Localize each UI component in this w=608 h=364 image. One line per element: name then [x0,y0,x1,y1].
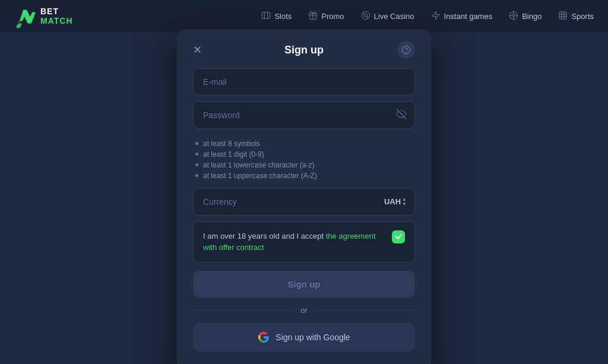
nav-bingo-label: Bingo [522,12,542,21]
svg-point-5 [363,13,364,14]
logo[interactable]: BET MATCH [14,5,73,28]
currency-value: UAH [384,197,401,206]
nav-slots-label: Slots [274,12,292,21]
svg-rect-13 [559,12,566,19]
sports-icon [558,11,568,22]
password-wrapper [193,102,415,129]
currency-group: UAH ▲ ▼ [193,188,415,216]
bingo-icon [509,11,518,22]
currency-arrows-icon: ▲ ▼ [402,197,407,207]
slots-icon [261,11,271,22]
signup-modal: ✕ Sign up [176,30,432,365]
nav-sports-label: Sports [571,12,594,21]
logo-text: BET MATCH [40,7,73,26]
agreement-checkbox[interactable] [392,230,405,243]
toggle-password-icon[interactable] [396,109,407,122]
help-button[interactable] [397,41,415,59]
hint-1: at least 8 symbols [195,140,413,148]
divider-line-left [193,310,293,311]
svg-point-3 [362,11,369,19]
nav-instant-games-label: Instant games [444,12,493,21]
google-icon [258,331,270,343]
hint-dot-2 [195,153,198,156]
hint-label-1: at least 8 symbols [203,140,260,148]
nav-slots[interactable]: Slots [261,11,292,22]
svg-point-6 [367,17,368,18]
svg-point-4 [364,14,367,17]
hint-dot-1 [195,142,198,145]
google-button-label: Sign up with Google [276,333,350,342]
hint-label-3: at least 1 lowercase character (a-z) [203,161,314,169]
nav-promo-label: Promo [321,12,344,21]
nav-instant-games[interactable]: Instant games [431,11,493,22]
divider-or: or [300,306,308,315]
email-group [193,68,415,96]
password-group [193,102,415,129]
instant-games-icon [431,11,441,22]
nav: Slots Promo [261,11,594,22]
agreement-prefix: I am over 18 years old and I accept [203,232,326,240]
hint-3: at least 1 lowercase character (a-z) [195,161,413,169]
password-hints: at least 8 symbols at least 1 digit (0-9… [193,135,415,185]
modal-header: ✕ Sign up [193,44,415,56]
hint-dot-4 [195,174,198,177]
logo-bet: BET [40,7,73,16]
currency-field[interactable] [193,188,415,216]
svg-point-8 [512,14,515,17]
header: BET MATCH Slots [0,0,608,33]
agreement-box: I am over 18 years old and I accept the … [193,221,415,262]
help-icon [401,45,411,55]
agreement-text: I am over 18 years old and I accept the … [203,230,385,254]
nav-live-casino[interactable]: Live Casino [361,11,414,22]
currency-suffix[interactable]: UAH ▲ ▼ [384,197,407,207]
check-icon [395,233,403,240]
google-signup-button[interactable]: Sign up with Google [193,323,415,352]
page-background: ✕ Sign up [0,33,608,364]
hint-dot-3 [195,163,198,166]
nav-sports[interactable]: Sports [558,11,594,22]
email-field[interactable] [193,68,415,96]
hint-label-2: at least 1 digit (0-9) [203,150,264,159]
svg-rect-0 [262,12,270,19]
promo-icon [308,11,318,22]
signup-button[interactable]: Sign up [193,271,415,297]
hint-4: at least 1 uppercase character (A-Z) [195,172,413,180]
nav-bingo[interactable]: Bingo [509,11,542,22]
currency-wrapper: UAH ▲ ▼ [193,188,415,216]
svg-point-18 [402,46,410,53]
divider: or [193,306,415,315]
hint-2: at least 1 digit (0-9) [195,150,413,159]
logo-match: MATCH [40,17,73,26]
password-field[interactable] [193,102,415,129]
divider-line-right [315,310,415,311]
nav-promo[interactable]: Promo [308,11,344,22]
hint-label-4: at least 1 uppercase character (A-Z) [203,172,317,180]
nav-live-casino-label: Live Casino [374,12,414,21]
close-button[interactable]: ✕ [193,45,202,55]
live-casino-icon [361,11,370,22]
modal-title: Sign up [284,44,324,56]
